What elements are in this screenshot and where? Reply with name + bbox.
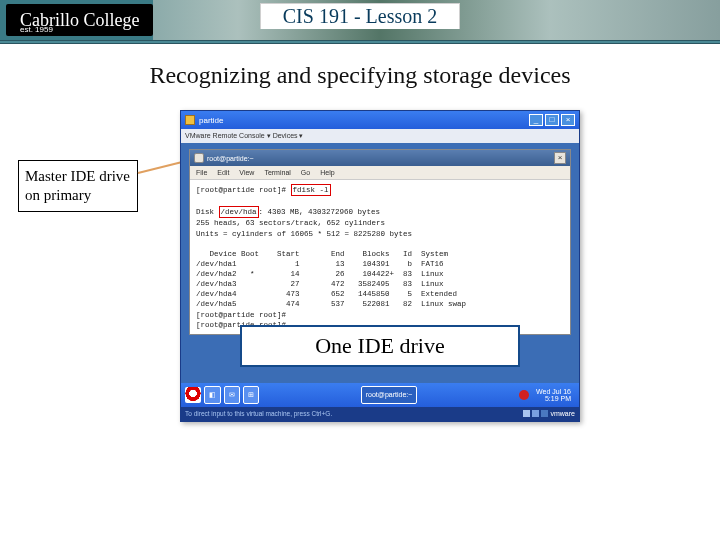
terminal-app-icon	[194, 153, 204, 163]
menu-terminal[interactable]: Terminal	[264, 169, 290, 176]
taskbar-app2-icon[interactable]: ✉	[224, 386, 240, 404]
slide-title: Recognizing and specifying storage devic…	[50, 62, 670, 89]
vmware-console-label[interactable]: VMware Remote Console ▾ Devices ▾	[185, 132, 304, 140]
taskbar-clock[interactable]: Wed Jul 16 5:19 PM	[532, 388, 575, 402]
terminal-output: [root@partide root]# fdisk -l Disk /dev/…	[196, 184, 564, 330]
vmware-brand-text: vmware	[550, 410, 575, 417]
vmware-icon	[185, 115, 195, 125]
course-title: CIS 191 - Lesson 2	[260, 3, 460, 29]
guest-desktop: root@partide:~ × File Edit View Terminal…	[181, 143, 579, 339]
taskbar-terminal-button[interactable]: root@partide:~	[361, 386, 418, 404]
vmware-statusbar: To direct input to this virtual machine,…	[181, 407, 579, 421]
menu-edit[interactable]: Edit	[217, 169, 229, 176]
vmware-brand: vmware	[523, 410, 575, 417]
vmware-titlebar[interactable]: partide _ □ ×	[181, 111, 579, 129]
taskbar-app3-icon[interactable]: ⊞	[243, 386, 259, 404]
maximize-button[interactable]: □	[545, 114, 559, 126]
terminal-title-text: root@partide:~	[207, 155, 554, 162]
minimize-button[interactable]: _	[529, 114, 543, 126]
menu-help[interactable]: Help	[320, 169, 334, 176]
slide-header: Cabrillo College est. 1959 CIS 191 - Les…	[0, 0, 720, 40]
guest-taskbar[interactable]: ◧ ✉ ⊞ root@partide:~ Wed Jul 16 5:19 PM	[181, 383, 579, 407]
vmware-title-text: partide	[199, 116, 223, 125]
vmware-status-hint: To direct input to this virtual machine,…	[185, 410, 332, 417]
highlight-fdisk-cmd: fdisk -l	[291, 184, 331, 196]
menu-view[interactable]: View	[239, 169, 254, 176]
terminal-close-button[interactable]: ×	[554, 152, 566, 164]
overlay-one-ide-drive: One IDE drive	[240, 325, 520, 367]
menu-file[interactable]: File	[196, 169, 207, 176]
annotation-master-ide: Master IDE drive on primary	[18, 160, 138, 212]
taskbar-app1-icon[interactable]: ◧	[204, 386, 221, 404]
terminal-body[interactable]: [root@partide root]# fdisk -l Disk /dev/…	[190, 180, 570, 334]
terminal-window: root@partide:~ × File Edit View Terminal…	[189, 149, 571, 335]
vmware-window: partide _ □ × VMware Remote Console ▾ De…	[180, 110, 580, 422]
vmware-menubar[interactable]: VMware Remote Console ▾ Devices ▾	[181, 129, 579, 143]
taskbar-terminal-label: root@partide:~	[366, 391, 413, 398]
close-button[interactable]: ×	[561, 114, 575, 126]
terminal-menubar[interactable]: File Edit View Terminal Go Help	[190, 166, 570, 180]
terminal-titlebar[interactable]: root@partide:~ ×	[190, 150, 570, 166]
clock-time: 5:19 PM	[536, 395, 571, 402]
menu-go[interactable]: Go	[301, 169, 310, 176]
redhat-start-icon[interactable]	[185, 387, 201, 403]
tray-update-icon[interactable]	[519, 390, 529, 400]
slide-body: Recognizing and specifying storage devic…	[0, 44, 720, 89]
clock-day: Wed Jul 16	[536, 388, 571, 395]
highlight-dev-hda: /dev/hda	[219, 206, 259, 218]
